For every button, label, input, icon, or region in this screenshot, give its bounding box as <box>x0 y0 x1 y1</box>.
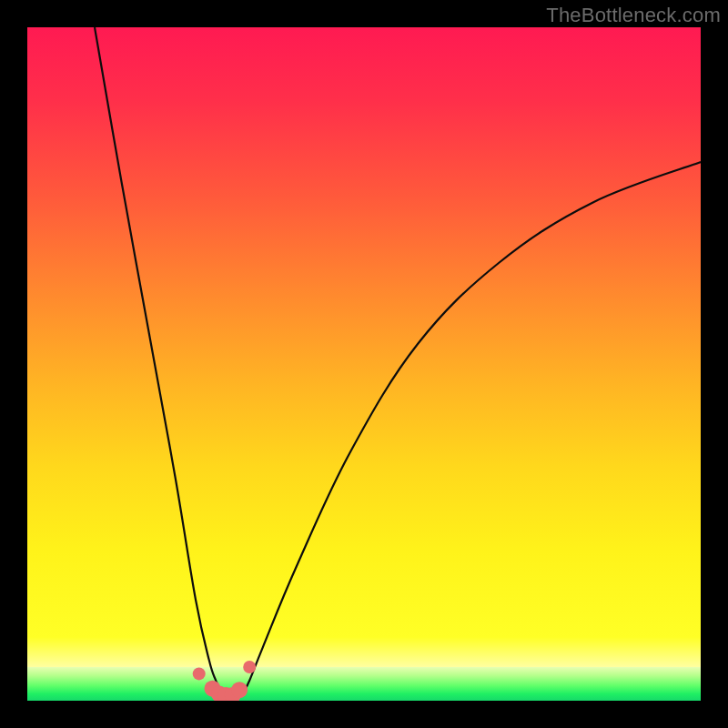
data-marker <box>243 661 256 673</box>
curve-layer <box>27 27 701 701</box>
watermark-text: TheBottleneck.com <box>546 4 721 27</box>
curve-right-branch <box>243 162 701 694</box>
data-marker <box>193 667 206 680</box>
chart-frame: TheBottleneck.com <box>0 0 728 728</box>
marker-group <box>193 661 257 701</box>
data-marker <box>231 682 248 698</box>
plot-area <box>27 27 701 701</box>
curve-left-branch <box>95 27 223 694</box>
